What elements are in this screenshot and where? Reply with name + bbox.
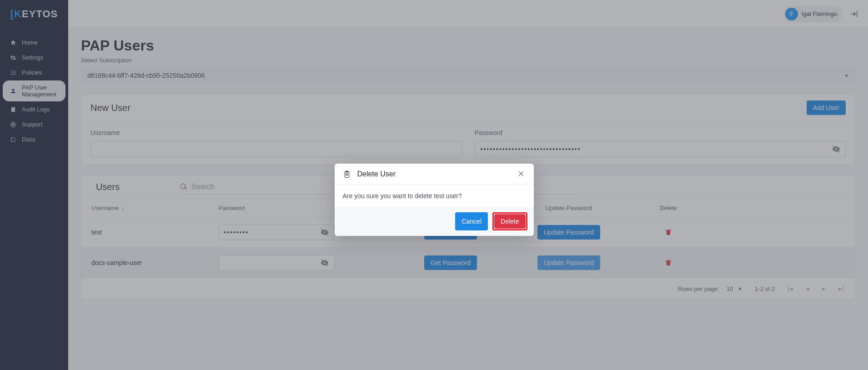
delete-icon xyxy=(343,170,351,178)
cancel-button[interactable]: Cancel xyxy=(455,212,488,230)
close-icon[interactable] xyxy=(517,170,526,178)
modal-header: Delete User xyxy=(335,164,534,185)
delete-user-modal: Delete User Are you sure you want to del… xyxy=(335,164,534,236)
delete-button-highlight: Delete xyxy=(492,212,527,230)
modal-footer: Cancel Delete xyxy=(335,207,534,236)
modal-title: Delete User xyxy=(357,170,511,178)
delete-button[interactable]: Delete xyxy=(494,214,525,229)
modal-overlay: Delete User Are you sure you want to del… xyxy=(0,0,868,370)
modal-body: Are you sure you want to delete test use… xyxy=(335,185,534,207)
